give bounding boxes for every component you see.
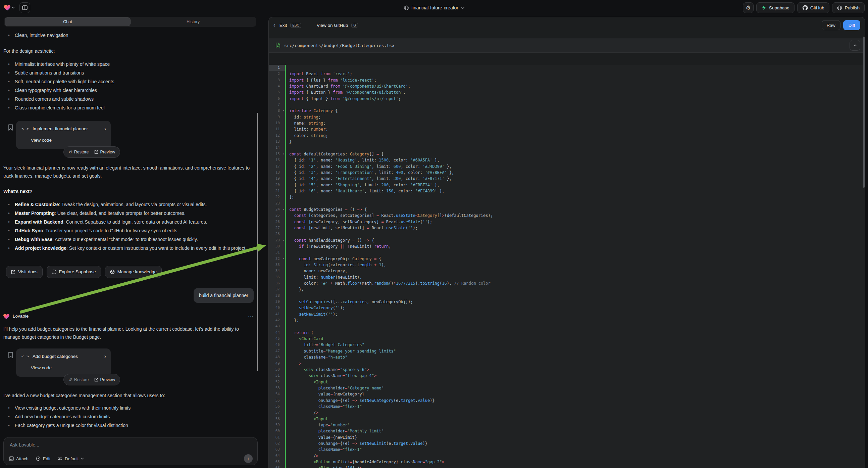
restore-icon: ↺	[68, 148, 72, 156]
card-actions: ↺ Restore Preview	[63, 146, 120, 158]
arrow-up-icon: ↑	[247, 456, 250, 461]
code-line: 8▾interface Category {	[269, 108, 865, 114]
quick-action-row: Visit docs Explore Supabase Manage knowl…	[6, 266, 254, 278]
list-item: Rounded corners and subtle shadows	[3, 95, 254, 104]
github-button[interactable]: GitHub	[797, 2, 829, 13]
raw-toggle-button[interactable]: Raw	[822, 20, 840, 30]
tab-history[interactable]: History	[130, 18, 256, 26]
explore-supabase-button[interactable]: Explore Supabase	[46, 266, 101, 278]
code-line: 35 limit: Number(newLimit),	[269, 274, 865, 280]
chat-bubble-icon	[52, 270, 56, 274]
bookmark-icon	[8, 124, 14, 149]
assistant-text: Your sleek financial planner is now read…	[3, 164, 254, 180]
chevron-right-icon: ›	[104, 354, 106, 359]
chevron-left-icon: ‹	[274, 22, 276, 29]
code-line: 7	[269, 102, 865, 108]
code-line: 9 id: string;	[269, 114, 865, 120]
topbar: financial-future-creator ⚙ Supabase GitH…	[0, 0, 868, 16]
globe-icon	[404, 5, 409, 10]
code-line: 41 setNewLimit('');	[269, 311, 865, 317]
bookmark-icon	[8, 352, 14, 377]
exit-button[interactable]: Exit	[279, 23, 287, 28]
tab-chat[interactable]: Chat	[5, 18, 130, 26]
code-scrollbar[interactable]	[863, 37, 865, 188]
list-item: Each category gets a unique color for vi…	[3, 421, 254, 430]
edit-card-title: Add budget categories	[33, 352, 78, 360]
publish-button[interactable]: Publish	[832, 2, 865, 13]
code-line: 48 className="h-auto"	[269, 354, 865, 360]
code-line: 44 return (	[269, 330, 865, 336]
code-icon: < >	[22, 125, 29, 133]
file-header[interactable]: src/components/budget/BudgetCategories.t…	[269, 38, 865, 53]
view-code-link[interactable]: View code	[31, 364, 106, 372]
code-line: 11 limit: number;	[269, 126, 865, 132]
view-on-github-button[interactable]: View on GitHub	[317, 23, 348, 28]
send-button[interactable]: ↑	[244, 454, 253, 463]
code-line: 66 <Plus size={16} />	[269, 465, 865, 468]
code-line: 40 setNewCategory('');	[269, 305, 865, 311]
message-menu-button[interactable]: ···	[248, 312, 254, 320]
edit-card[interactable]: < > Implement financial planner › View c…	[16, 121, 111, 149]
code-line: 52 <Input	[269, 379, 865, 385]
design-aesthetic-heading: For the design aesthetic:	[3, 47, 254, 55]
code-line: 24▾const BudgetCategories = () => {	[269, 206, 865, 212]
code-line: 17 { id: '2', name: 'Food & Dining', lim…	[269, 164, 865, 170]
visit-docs-button[interactable]: Visit docs	[6, 266, 42, 278]
chevron-down-icon	[461, 7, 464, 9]
code-line: 22];	[269, 194, 865, 200]
preview-button[interactable]: Preview	[94, 148, 115, 156]
view-code-link[interactable]: View code	[31, 136, 106, 144]
lovable-logo-menu[interactable]	[4, 5, 15, 11]
restore-button[interactable]: ↺ Restore	[68, 148, 89, 156]
code-line: 45 <ChartCard	[269, 336, 865, 342]
restore-button[interactable]: ↺ Restore	[68, 376, 89, 384]
code-line: 38	[269, 293, 865, 299]
code-edit-card-1: < > Implement financial planner › View c…	[3, 121, 254, 149]
user-message: build a financial planner	[194, 288, 254, 303]
preview-button[interactable]: Preview	[94, 376, 115, 384]
chat-scrollbar[interactable]	[257, 113, 258, 371]
attach-button[interactable]: Attach	[9, 456, 29, 461]
list-item: Glass-morphic elements for a premium fee…	[3, 104, 254, 112]
toggle-sidebar-button[interactable]	[20, 2, 30, 13]
code-line: 42 };	[269, 317, 865, 323]
edit-mode-button[interactable]: Edit	[36, 456, 50, 461]
chat-input[interactable]	[9, 441, 253, 450]
model-selector[interactable]: Default	[58, 456, 84, 461]
code-line: 26 const [newCategory, setNewCategory] =…	[269, 219, 865, 225]
code-line: 39 setCategories([...categories, newCate…	[269, 299, 865, 305]
code-editor: 12import React from 'react';3import { Pl…	[269, 65, 865, 468]
code-line: 50 <div className="space-y-6">	[269, 367, 865, 373]
chevron-right-icon: ›	[104, 126, 106, 131]
collapse-file-button[interactable]	[849, 40, 860, 51]
list-item: Subtle animations and transitions	[3, 68, 254, 77]
chevron-down-icon	[12, 7, 15, 9]
edit-card[interactable]: < > Add budget categories › View code ↺ …	[16, 349, 111, 377]
code-line: 59 type="number"	[269, 422, 865, 428]
list-item: Refine & Customize: Tweak the design, an…	[3, 200, 254, 209]
chat-panel: Chat History Clean, intuitive navigation…	[0, 16, 261, 468]
package-icon	[110, 270, 115, 274]
project-switcher[interactable]: financial-future-creator	[404, 0, 464, 16]
external-link-icon	[94, 378, 98, 382]
code-line: 65 <Button onClick={handleAddCategory} c…	[269, 459, 865, 465]
code-line: 1	[269, 65, 865, 71]
chat-history-tabs: Chat History	[4, 17, 256, 27]
manage-knowledge-button[interactable]: Manage knowledge	[105, 266, 162, 278]
list-item: Minimalist interface with plenty of whit…	[3, 60, 254, 68]
added-feature-list: View existing budget categories with the…	[3, 404, 254, 430]
code-viewer-header: ‹ Exit ESC View on GitHub G Raw Diff	[269, 17, 865, 33]
settings-button[interactable]: ⚙	[743, 2, 753, 13]
supabase-button[interactable]: Supabase	[756, 2, 795, 13]
whats-next-heading: What's next?	[3, 187, 254, 195]
supabase-label: Supabase	[769, 5, 789, 10]
code-line: 64 />	[269, 453, 865, 459]
code-line: 27 const [newLimit, setNewLimit] = React…	[269, 225, 865, 231]
code-line: 60 placeholder="Monthly limit"	[269, 428, 865, 434]
card-actions: ↺ Restore Preview	[63, 374, 120, 385]
diff-toggle-button[interactable]: Diff	[843, 20, 860, 30]
assistant-header: Lovable ···	[3, 312, 254, 320]
panel-icon	[22, 5, 28, 10]
code-line: 57 />	[269, 410, 865, 416]
code-line: 13}	[269, 139, 865, 145]
